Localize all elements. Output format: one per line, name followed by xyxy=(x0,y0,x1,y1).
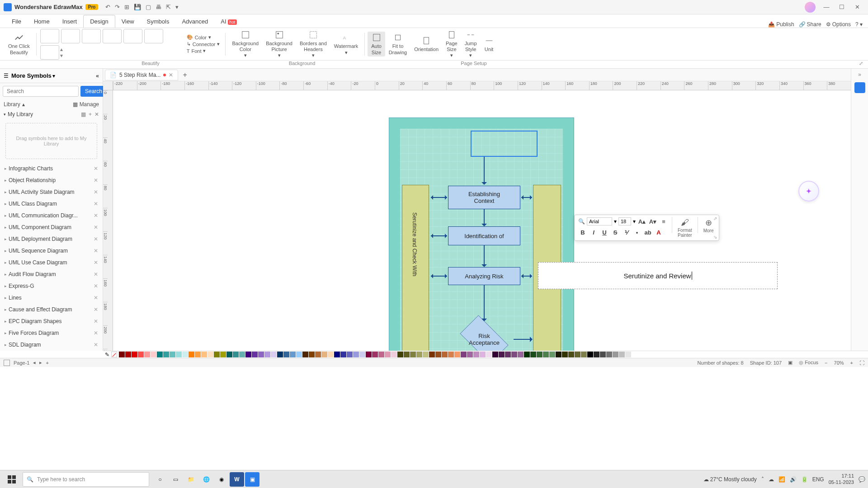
no-fill-swatch[interactable] xyxy=(111,352,117,357)
color-swatch[interactable] xyxy=(492,352,498,357)
font-family-input[interactable] xyxy=(587,217,612,225)
shape-analyzing-risk[interactable]: Analyzing Risk xyxy=(448,267,520,285)
color-swatch[interactable] xyxy=(499,352,505,357)
color-swatch[interactable] xyxy=(562,352,568,357)
left-swimlane[interactable]: Serutinize and Check With xyxy=(402,185,429,351)
color-swatch[interactable] xyxy=(239,352,245,357)
category-item[interactable]: ▸UML Use Case Diagram✕ xyxy=(0,257,103,268)
color-swatch[interactable] xyxy=(258,352,264,357)
color-swatch[interactable] xyxy=(404,352,410,357)
color-swatch[interactable] xyxy=(138,352,144,357)
color-swatch[interactable] xyxy=(473,352,479,357)
color-swatch[interactable] xyxy=(359,352,365,357)
style-preset-6[interactable] xyxy=(144,29,163,43)
category-item[interactable]: ▸Lines✕ xyxy=(0,292,103,304)
tray-network-icon[interactable]: 📶 xyxy=(778,476,785,483)
redo-button[interactable]: ↷ xyxy=(115,4,120,10)
taskbar-taskview[interactable]: ▭ xyxy=(168,472,183,487)
zoom-in-button[interactable]: + xyxy=(850,360,853,366)
taskbar-search[interactable]: 🔍 Type here to search xyxy=(23,472,149,487)
category-item[interactable]: ▸Audit Flow Diagram✕ xyxy=(0,268,103,280)
publish-button[interactable]: 📤 Publish xyxy=(768,21,794,28)
color-swatch[interactable] xyxy=(328,352,334,357)
shape-identification[interactable]: Identification of xyxy=(448,226,520,245)
color-swatch[interactable] xyxy=(334,352,340,357)
category-close-icon[interactable]: ✕ xyxy=(94,236,98,242)
color-swatch[interactable] xyxy=(397,352,403,357)
color-swatch[interactable] xyxy=(568,352,574,357)
my-library-section[interactable]: ▾My Library ▦ + ✕ xyxy=(0,109,103,119)
category-close-icon[interactable]: ✕ xyxy=(94,330,98,336)
category-item[interactable]: ▸Infographic Charts✕ xyxy=(0,163,103,174)
menu-view[interactable]: View xyxy=(115,15,141,28)
color-swatch[interactable] xyxy=(233,352,239,357)
color-swatch[interactable] xyxy=(119,352,125,357)
category-close-icon[interactable]: ✕ xyxy=(94,318,98,324)
print-button[interactable]: 🖶 xyxy=(156,4,161,10)
color-swatch[interactable] xyxy=(416,352,422,357)
color-swatch[interactable] xyxy=(587,352,593,357)
color-swatch[interactable] xyxy=(201,352,207,357)
color-swatch[interactable] xyxy=(505,352,511,357)
font-size-input[interactable] xyxy=(618,217,631,225)
category-item[interactable]: ▸UML Component Diagram✕ xyxy=(0,221,103,233)
style-preset-7[interactable] xyxy=(40,45,59,60)
color-swatch[interactable] xyxy=(486,352,492,357)
color-swatch[interactable] xyxy=(410,352,416,357)
menu-symbols[interactable]: Symbols xyxy=(141,15,176,28)
color-swatch[interactable] xyxy=(518,352,524,357)
ribbon-expand-icon[interactable]: ⤢ xyxy=(859,61,868,68)
tray-volume-icon[interactable]: 🔊 xyxy=(790,476,797,483)
start-button[interactable] xyxy=(3,472,21,487)
color-swatch[interactable] xyxy=(619,352,625,357)
undo-button[interactable]: ↶ xyxy=(105,4,110,10)
color-swatch[interactable] xyxy=(543,352,549,357)
ai-assistant-badge[interactable]: ✦ xyxy=(798,181,819,202)
save-button[interactable]: 💾 xyxy=(134,4,141,10)
jump-style-button[interactable]: Jump Style ▾ xyxy=(461,29,481,60)
color-swatch[interactable] xyxy=(296,352,302,357)
color-swatch[interactable] xyxy=(385,352,391,357)
color-swatch[interactable] xyxy=(182,352,188,357)
color-swatch[interactable] xyxy=(309,352,315,357)
menu-design[interactable]: Design xyxy=(83,15,115,28)
tray-onedrive-icon[interactable]: ☁ xyxy=(769,476,774,483)
color-swatch[interactable] xyxy=(600,352,606,357)
color-swatch[interactable] xyxy=(594,352,599,357)
tray-language[interactable]: ENG xyxy=(812,476,824,483)
category-item[interactable]: ▸Object Relationship✕ xyxy=(0,174,103,186)
font-dropdown[interactable]: T Font ▾ xyxy=(187,48,220,54)
help-button[interactable]: ? ▾ xyxy=(855,21,863,28)
category-close-icon[interactable]: ✕ xyxy=(94,271,98,277)
close-button[interactable]: ✕ xyxy=(850,2,864,13)
color-swatch[interactable] xyxy=(429,352,435,357)
category-close-icon[interactable]: ✕ xyxy=(94,201,98,207)
manage-button[interactable]: ▦ Manage xyxy=(73,101,99,108)
category-item[interactable]: ▸UML Deployment Diagram✕ xyxy=(0,233,103,245)
lib-grid-icon[interactable]: ▦ xyxy=(81,111,86,117)
taskbar-word[interactable]: W xyxy=(230,472,244,487)
color-swatch[interactable] xyxy=(264,352,270,357)
color-swatch[interactable] xyxy=(340,352,346,357)
export-button[interactable]: ⇱ xyxy=(166,4,171,10)
italic-button[interactable]: I xyxy=(589,228,598,237)
style-preset-5[interactable] xyxy=(123,29,142,43)
weather-widget[interactable]: ☁ 27°C Mostly cloudy xyxy=(703,476,757,483)
maximize-button[interactable]: ☐ xyxy=(835,2,849,13)
taskbar-edrawmax[interactable]: ▣ xyxy=(245,472,259,487)
tray-clock[interactable]: 17:11 05-11-2023 xyxy=(829,473,854,485)
align-button[interactable]: ≡ xyxy=(659,217,668,226)
color-swatch[interactable] xyxy=(556,352,561,357)
menu-file[interactable]: File xyxy=(5,15,28,28)
options-button[interactable]: ⚙ Options xyxy=(826,21,851,28)
one-click-beautify-button[interactable]: One Click Beautify xyxy=(5,32,33,56)
document-tab[interactable]: 📄 5 Step Risk Ma... ✕ xyxy=(105,70,178,80)
new-button[interactable]: ⊞ xyxy=(124,4,129,10)
font-dropdown-icon[interactable]: ▾ xyxy=(614,218,617,225)
color-swatch[interactable] xyxy=(530,352,536,357)
qat-dropdown[interactable]: ▾ xyxy=(175,4,179,10)
font-color-button[interactable]: A xyxy=(654,228,663,237)
lib-close-icon[interactable]: ✕ xyxy=(94,111,99,117)
fit-view-icon[interactable]: ▣ xyxy=(788,360,793,366)
color-swatch[interactable] xyxy=(581,352,587,357)
